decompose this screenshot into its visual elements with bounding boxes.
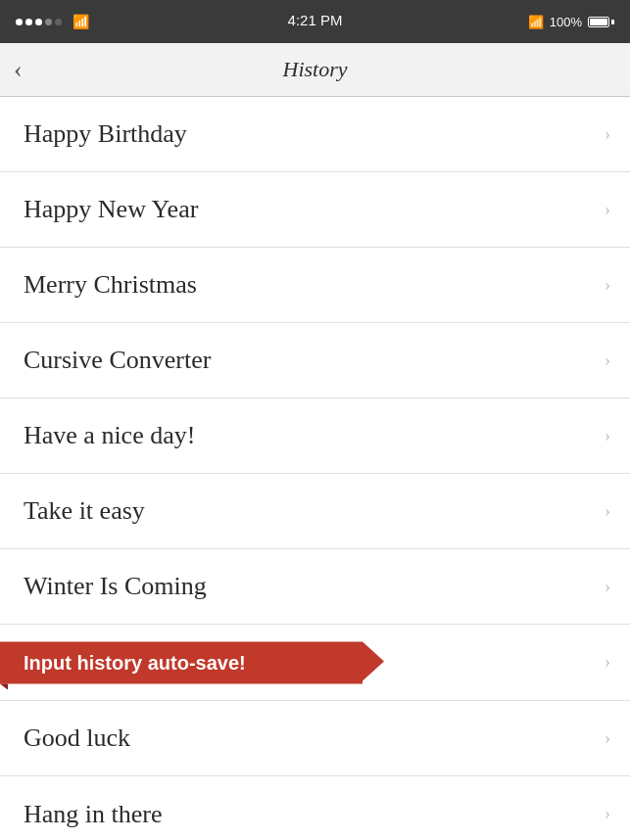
chevron-right-icon: › <box>605 200 610 220</box>
back-button[interactable]: ‹ <box>14 57 23 82</box>
chevron-right-icon: › <box>605 501 610 522</box>
list-item-label: Take it easy <box>24 496 145 526</box>
status-bar-left: 📶 <box>16 14 89 30</box>
autosave-banner: Input history auto-save! <box>0 641 363 683</box>
banner-row: ... › Input history auto-save! <box>0 625 630 701</box>
list-item-label: Happy Birthday <box>24 119 187 149</box>
bluetooth-icon: 📶 <box>528 15 544 29</box>
chevron-right-icon: › <box>605 652 610 673</box>
list-item-label: Merry Christmas <box>24 270 197 300</box>
list-item[interactable]: Hang in there › <box>0 776 630 840</box>
list-item-label: Have a nice day! <box>24 421 195 450</box>
list-item[interactable]: Good luck › <box>0 701 630 776</box>
nav-title: History <box>283 57 348 82</box>
chevron-right-icon: › <box>605 124 610 145</box>
list-item[interactable]: Winter Is Coming › <box>0 549 630 625</box>
chevron-right-icon: › <box>605 350 610 371</box>
status-bar: 📶 4:21 PM 📶 100% <box>0 0 630 43</box>
history-list: Happy Birthday › Happy New Year › Merry … <box>0 97 630 840</box>
banner-text: Input history auto-save! <box>24 651 246 674</box>
list-item[interactable]: Merry Christmas › <box>0 248 630 323</box>
list-item[interactable]: Have a nice day! › <box>0 398 630 474</box>
list-item[interactable]: Cursive Converter › <box>0 323 630 398</box>
list-item-label: Good luck <box>24 723 130 753</box>
wifi-icon: 📶 <box>73 14 89 30</box>
list-item-label: Happy New Year <box>24 195 198 224</box>
chevron-right-icon: › <box>605 275 610 296</box>
chevron-right-icon: › <box>605 577 610 597</box>
signal-dots <box>16 19 62 25</box>
chevron-right-icon: › <box>605 426 610 446</box>
list-item[interactable]: Happy New Year › <box>0 172 630 248</box>
list-item-label: Winter Is Coming <box>24 572 207 601</box>
list-item-label: Cursive Converter <box>24 346 211 375</box>
status-right: 📶 100% <box>528 15 614 29</box>
list-item[interactable]: Take it easy › <box>0 474 630 549</box>
nav-bar: ‹ History <box>0 43 630 97</box>
chevron-right-icon: › <box>605 804 610 824</box>
list-item-label: Hang in there <box>24 800 163 829</box>
status-time: 4:21 PM <box>288 12 343 28</box>
back-chevron-icon: ‹ <box>14 57 23 82</box>
battery-icon <box>588 17 614 27</box>
list-item[interactable]: Happy Birthday › <box>0 97 630 172</box>
battery-percent: 100% <box>550 15 582 29</box>
chevron-right-icon: › <box>605 728 610 749</box>
